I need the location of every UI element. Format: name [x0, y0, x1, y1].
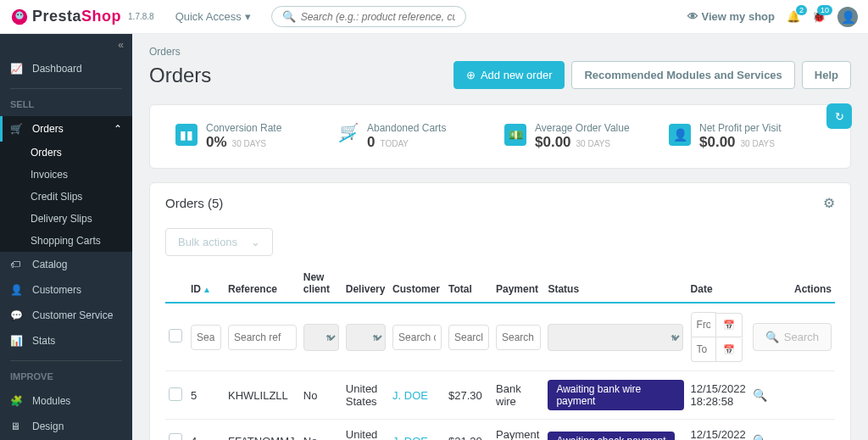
col-total[interactable]: Total [445, 265, 492, 303]
sidebar: « 📈Dashboard SELL 🛒Orders⌃ Orders Invoic… [0, 34, 132, 440]
cell-ref: KHWLILZLL [225, 371, 300, 420]
refresh-button[interactable]: ↻ [826, 103, 852, 129]
col-id[interactable]: ID▲ [187, 265, 225, 303]
filter-date-from[interactable] [691, 312, 716, 337]
chevron-up-icon: ⌃ [114, 123, 122, 135]
sidebar-item-stats[interactable]: 📊Stats [0, 328, 132, 354]
filter-ref[interactable] [228, 325, 297, 350]
sort-asc-icon: ▲ [203, 285, 211, 294]
cell-delivery: United States [342, 420, 389, 441]
breadcrumb: Orders [149, 46, 851, 58]
sidebar-item-dashboard[interactable]: 📈Dashboard [0, 56, 132, 81]
table-row[interactable]: 4FFATNOMMJNoUnited StatesJ. DOE$21.30Pay… [165, 420, 835, 441]
view-icon[interactable]: 🔍 [753, 388, 767, 402]
table-row[interactable]: 5KHWLILZLLNoUnited StatesJ. DOE$27.30Ban… [165, 371, 835, 420]
view-shop-link[interactable]: 👁 View my shop [687, 10, 775, 23]
sidebar-cat-improve: IMPROVE [0, 368, 132, 388]
orders-table: ID▲ Reference New client Delivery Custom… [165, 265, 835, 440]
filter-payment[interactable] [496, 325, 541, 350]
sidebar-submenu-orders: Orders Invoices Credit Slips Delivery Sl… [0, 142, 132, 252]
recommended-button[interactable]: Recommended Modules and Services [571, 61, 794, 89]
metric-net: 👤 Net Profit per Visit$0.0030 DAYS [669, 122, 825, 151]
sidebar-sub-shopping-carts[interactable]: Shopping Carts [0, 230, 132, 252]
cart-strike-icon: 🛒 [340, 122, 359, 151]
monitor-icon: 🖥 [10, 421, 24, 432]
puzzle-icon: 🧩 [10, 395, 24, 407]
logo-text: PrestaShop [32, 8, 121, 25]
filter-delivery[interactable] [346, 324, 386, 351]
calendar-icon[interactable]: 📅 [716, 338, 743, 362]
col-ref[interactable]: Reference [225, 265, 300, 303]
filter-new[interactable] [303, 324, 339, 351]
svg-point-2 [17, 14, 19, 15]
quick-access[interactable]: Quick Access ▾ [175, 10, 251, 23]
logo-icon [10, 8, 29, 26]
col-customer[interactable]: Customer [389, 265, 445, 303]
calendar-icon[interactable]: 📅 [716, 313, 743, 337]
logo[interactable]: PrestaShop 1.7.8.8 [10, 8, 154, 26]
page-title: Orders [149, 64, 211, 87]
col-new[interactable]: New client [300, 265, 342, 303]
sidebar-sub-invoices[interactable]: Invoices [0, 164, 132, 186]
cell-new: No [300, 420, 342, 441]
cell-id: 4 [187, 420, 225, 441]
bulk-actions-button[interactable]: Bulk actions⌄ [165, 228, 273, 256]
search-icon: 🔍 [765, 331, 779, 343]
orders-panel: Orders (5) ⚙ Bulk actions⌄ ID▲ Reference… [149, 182, 851, 440]
notif-badge: 2 [796, 5, 807, 15]
help-button[interactable]: Help [802, 61, 851, 89]
metrics-panel: ↻ ▮▮ Conversion Rate0%30 DAYS 🛒 Abandone… [149, 104, 851, 169]
add-new-order-button[interactable]: ⊕Add new order [453, 61, 565, 89]
filter-id[interactable] [191, 325, 221, 350]
col-date[interactable]: Date [687, 265, 749, 303]
filter-total[interactable] [448, 325, 489, 350]
status-badge[interactable]: Awaiting check payment [548, 432, 674, 440]
user-icon: 👤 [10, 284, 24, 296]
sidebar-sub-credit-slips[interactable]: Credit Slips [0, 186, 132, 208]
sidebar-sub-orders[interactable]: Orders [0, 142, 132, 164]
cell-customer[interactable]: J. DOE [389, 371, 445, 420]
view-icon[interactable]: 🔍 [753, 434, 767, 440]
sidebar-item-modules[interactable]: 🧩Modules [0, 388, 132, 414]
sidebar-item-design[interactable]: 🖥Design [0, 414, 132, 439]
col-actions: Actions [749, 265, 835, 303]
col-status[interactable]: Status [544, 265, 687, 303]
sidebar-item-orders[interactable]: 🛒Orders⌃ [0, 116, 132, 142]
page-header: Orders Orders ⊕Add new order Recommended… [132, 34, 868, 91]
cell-new: No [300, 371, 342, 420]
col-payment[interactable]: Payment [492, 265, 544, 303]
cell-payment: Bank wire [492, 371, 544, 420]
gear-icon[interactable]: ⚙ [823, 195, 835, 211]
debug-icon[interactable]: 🐞10 [812, 10, 826, 23]
filter-row: 📅 📅 🔍Search [165, 303, 835, 371]
notifications-icon[interactable]: 🔔2 [787, 10, 800, 23]
search-bar: 🔍 [271, 6, 466, 27]
row-checkbox[interactable] [169, 387, 182, 401]
sidebar-item-customer-service[interactable]: 💬Customer Service [0, 303, 132, 328]
version: 1.7.8.8 [128, 12, 154, 21]
metric-abandoned: 🛒 Abandoned Carts0TODAY [340, 122, 496, 151]
person-icon: 👤 [669, 124, 691, 146]
topbar: PrestaShop 1.7.8.8 Quick Access ▾ 🔍 👁 Vi… [0, 0, 868, 34]
sidebar-sub-delivery-slips[interactable]: Delivery Slips [0, 208, 132, 230]
status-badge[interactable]: Awaiting bank wire payment [548, 380, 683, 410]
sidebar-cat-sell: SELL [0, 96, 132, 116]
select-all-checkbox[interactable] [169, 329, 182, 343]
stats-icon: 📊 [10, 335, 24, 347]
search-button[interactable]: 🔍Search [753, 323, 832, 351]
filter-customer[interactable] [392, 325, 442, 350]
orders-count-title: Orders (5) [165, 196, 223, 210]
search-input[interactable] [301, 11, 455, 23]
eye-icon: 👁 [687, 10, 698, 23]
cell-total: $21.30 [445, 420, 492, 441]
cell-id: 5 [187, 371, 225, 420]
filter-status[interactable] [548, 324, 683, 351]
avatar[interactable]: 👤 [837, 7, 858, 27]
sidebar-item-customers[interactable]: 👤Customers [0, 277, 132, 303]
col-delivery[interactable]: Delivery [342, 265, 389, 303]
sidebar-item-catalog[interactable]: 🏷Catalog [0, 252, 132, 277]
row-checkbox[interactable] [169, 433, 182, 441]
collapse-sidebar[interactable]: « [0, 34, 132, 56]
cell-customer[interactable]: J. DOE [389, 420, 445, 441]
filter-date-to[interactable] [691, 337, 716, 362]
